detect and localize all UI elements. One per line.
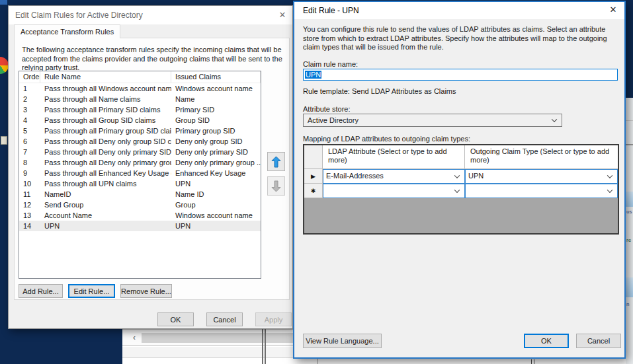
column-header-rule-name[interactable]: Rule Name <box>40 71 171 83</box>
add-rule-button[interactable]: Add Rule... <box>19 284 63 298</box>
rule-template-label: Rule template: Send LDAP Attributes as C… <box>303 87 456 95</box>
table-row[interactable]: 1Pass through all Windows account name..… <box>19 83 261 94</box>
background-console-sliver: us re n <box>626 98 633 364</box>
background-scrollbar: ‹ <box>122 330 318 364</box>
table-row[interactable]: 2Pass through all Name claimsName <box>19 94 261 104</box>
table-row[interactable]: 11NameIDName ID <box>19 189 261 200</box>
selected-row-fragment <box>626 277 633 297</box>
column-header-issued-claims[interactable]: Issued Claims <box>171 71 261 83</box>
cell-order: 8 <box>19 157 40 168</box>
cell-issued-claims: Windows account name <box>171 210 261 221</box>
chevron-down-icon <box>454 188 460 193</box>
list-header: Order Rule Name Issued Claims <box>19 71 261 83</box>
divider <box>626 144 633 145</box>
cell-rule-name: Pass through all Group SID claims <box>40 115 171 126</box>
cell-order: 14 <box>19 221 40 231</box>
ok-button[interactable]: OK <box>157 312 194 326</box>
grid-row: ▶ E-Mail-Addresses UPN <box>304 169 618 184</box>
cell-rule-name: Pass through all Deny only primary SID c… <box>40 147 171 157</box>
cell-order: 9 <box>19 168 40 178</box>
cell-order: 12 <box>19 200 40 210</box>
ldap-attribute-dropdown[interactable]: E-Mail-Addresses <box>323 169 465 184</box>
cell-rule-name: UPN <box>40 221 171 231</box>
outgoing-claim-type-dropdown[interactable]: UPN <box>465 169 618 184</box>
scroll-left-arrow-icon[interactable]: ‹ <box>129 332 140 344</box>
horizontal-scrollbar[interactable]: ‹ <box>122 330 317 346</box>
dialog-title: Edit Claim Rules for Active Directory <box>15 11 143 20</box>
table-row[interactable]: 9Pass through all Enhanced Key Usage cl.… <box>19 168 261 178</box>
chevron-down-icon <box>454 173 460 178</box>
chevron-down-icon <box>552 117 557 122</box>
table-row[interactable]: 12Send GroupGroup <box>19 200 261 210</box>
cell-order: 6 <box>19 136 40 147</box>
grid-header: LDAP Attribute (Select or type to add mo… <box>304 145 618 169</box>
ok-button[interactable]: OK <box>524 334 569 348</box>
table-row[interactable]: 8Pass through all Deny only primary grou… <box>19 157 261 168</box>
cell-issued-claims: Windows account name <box>171 83 261 94</box>
cell-rule-name: NameID <box>40 189 171 200</box>
mapping-grid: LDAP Attribute (Select or type to add mo… <box>303 144 619 235</box>
attribute-store-label: Attribute store: <box>303 105 351 113</box>
cancel-button[interactable]: Cancel <box>576 334 621 348</box>
title-bar[interactable]: Edit Rule - UPN ✕ <box>294 2 624 19</box>
row-selector-header <box>304 145 323 168</box>
cell-order: 13 <box>19 210 40 221</box>
attribute-store-dropdown[interactable]: Active Directory <box>303 114 562 127</box>
row-new-marker-icon[interactable]: ✱ <box>304 184 323 198</box>
cell-order: 7 <box>19 147 40 157</box>
outgoing-claim-type-dropdown[interactable] <box>465 184 618 198</box>
table-row[interactable]: 7Pass through all Deny only primary SID … <box>19 147 261 157</box>
row-current-marker-icon[interactable]: ▶ <box>304 169 323 184</box>
scrollbar-thumb[interactable] <box>142 333 315 343</box>
cell-issued-claims: Name ID <box>171 189 261 200</box>
view-rule-language-button[interactable]: View Rule Language... <box>303 334 382 348</box>
cell-order: 3 <box>19 104 40 115</box>
outgoing-claim-type-header[interactable]: Outgoing Claim Type (Select or type to a… <box>465 145 618 168</box>
cell-rule-name: Pass through all Primary SID claims <box>40 104 171 115</box>
background-panel-row <box>122 347 317 358</box>
title-bar[interactable]: Edit Claim Rules for Active Directory ✕ <box>9 6 292 24</box>
move-up-button[interactable] <box>267 152 285 171</box>
cell-rule-name: Pass through all Primary group SID claim… <box>40 126 171 136</box>
close-icon[interactable]: ✕ <box>607 4 619 16</box>
move-down-button[interactable] <box>267 176 285 196</box>
remove-rule-button[interactable]: Remove Rule... <box>120 284 172 298</box>
table-row[interactable]: 5Pass through all Primary group SID clai… <box>19 126 261 136</box>
dialog-description: The following acceptance transform rules… <box>22 46 286 73</box>
cell-issued-claims: Group <box>171 200 261 210</box>
tab-acceptance-transform-rules[interactable]: Acceptance Transform Rules <box>14 24 120 38</box>
table-row-selected[interactable]: 14UPNUPN <box>19 221 261 231</box>
ldap-attribute-value: E-Mail-Addresses <box>326 172 384 180</box>
dialog-description: You can configure this rule to send the … <box>303 25 619 52</box>
mapping-label: Mapping of LDAP attributes to outgoing c… <box>303 135 470 143</box>
ldap-attribute-dropdown[interactable] <box>323 184 465 198</box>
table-row[interactable]: 13Account NameWindows account name <box>19 210 261 221</box>
cell-issued-claims: Group SID <box>171 115 261 126</box>
table-row[interactable]: 10Pass through all UPN claimsUPN <box>19 178 261 189</box>
cell-issued-claims: UPN <box>171 221 261 231</box>
table-row[interactable]: 6Pass through all Deny only group SID cl… <box>19 136 261 147</box>
edit-rule-upn-dialog: Edit Rule - UPN ✕ You can configure this… <box>293 1 626 359</box>
text-fragment: re <box>626 237 631 243</box>
edit-rule-button[interactable]: Edit Rule... <box>68 284 115 298</box>
cell-order: 2 <box>19 94 40 104</box>
close-icon[interactable]: ✕ <box>276 9 288 21</box>
cell-order: 4 <box>19 115 40 126</box>
chevron-down-icon <box>607 173 612 178</box>
table-row[interactable]: 3Pass through all Primary SID claimsPrim… <box>19 104 261 115</box>
grid-row-new: ✱ <box>304 184 618 198</box>
cancel-button[interactable]: Cancel <box>206 312 243 326</box>
cell-order: 10 <box>19 178 40 189</box>
claim-rule-name-label: Claim rule name: <box>303 60 358 68</box>
ldap-attribute-header[interactable]: LDAP Attribute (Select or type to add mo… <box>323 145 465 168</box>
cell-issued-claims: Enhanced Key Usage <box>171 168 261 178</box>
cell-issued-claims: Primary group SID <box>171 126 261 136</box>
arrow-up-icon <box>271 156 281 168</box>
claim-rule-name-input[interactable]: UPN <box>303 69 618 81</box>
claim-rules-list[interactable]: Order Rule Name Issued Claims 1Pass thro… <box>19 71 261 279</box>
apply-button: Apply <box>255 312 292 326</box>
cell-order: 1 <box>19 83 40 94</box>
column-header-order[interactable]: Order <box>19 71 40 83</box>
window-edge-divider <box>262 329 266 364</box>
table-row[interactable]: 4Pass through all Group SID claimsGroup … <box>19 115 261 126</box>
